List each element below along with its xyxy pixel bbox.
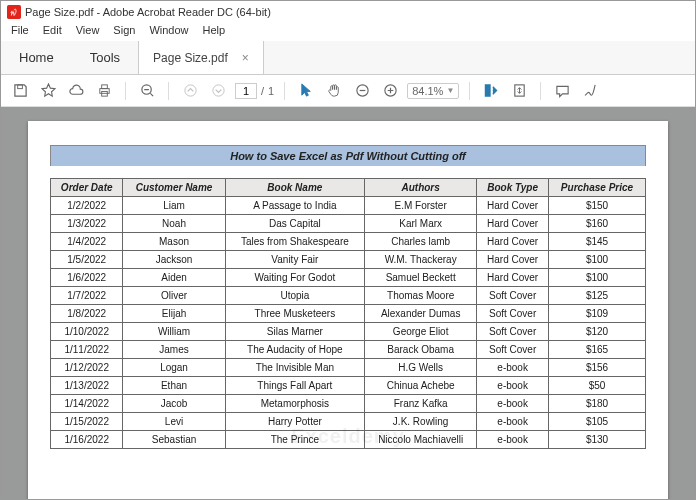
table-header-cell: Purchase Price	[549, 179, 646, 197]
page-up-icon[interactable]	[179, 80, 201, 102]
comment-icon[interactable]	[551, 80, 573, 102]
menu-file[interactable]: File	[5, 23, 35, 41]
table-cell: Hard Cover	[477, 197, 549, 215]
table-cell: The Invisible Man	[225, 359, 364, 377]
table-cell: Karl Marx	[365, 215, 477, 233]
page-down-icon[interactable]	[207, 80, 229, 102]
table-header-cell: Book Name	[225, 179, 364, 197]
tab-document[interactable]: Page Size.pdf ×	[138, 41, 264, 74]
table-cell: $120	[549, 323, 646, 341]
table-row: 1/5/2022JacksonVanity FairW.M. Thackeray…	[51, 251, 646, 269]
table-row: 1/3/2022NoahDas CapitalKarl MarxHard Cov…	[51, 215, 646, 233]
menu-sign[interactable]: Sign	[107, 23, 141, 41]
cloud-icon[interactable]	[65, 80, 87, 102]
menu-window[interactable]: Window	[143, 23, 194, 41]
table-header-cell: Customer Name	[123, 179, 225, 197]
title-bar: Page Size.pdf - Adobe Acrobat Reader DC …	[1, 1, 695, 23]
table-body: 1/2/2022LiamA Passage to IndiaE.M Forste…	[51, 197, 646, 449]
menu-help[interactable]: Help	[197, 23, 232, 41]
svg-point-6	[184, 85, 195, 96]
hand-icon[interactable]	[323, 80, 345, 102]
table-cell: 1/16/2022	[51, 431, 123, 449]
fit-width-icon[interactable]	[480, 80, 502, 102]
table-cell: Soft Cover	[477, 287, 549, 305]
table-cell: 1/12/2022	[51, 359, 123, 377]
document-viewport[interactable]: How to Save Excel as Pdf Without Cutting…	[1, 107, 695, 500]
table-cell: Soft Cover	[477, 341, 549, 359]
table-cell: 1/13/2022	[51, 377, 123, 395]
table-cell: Utopia	[225, 287, 364, 305]
table-cell: Vanity Fair	[225, 251, 364, 269]
table-cell: George Eliot	[365, 323, 477, 341]
table-cell: $105	[549, 413, 646, 431]
table-row: 1/12/2022LoganThe Invisible ManH.G Wells…	[51, 359, 646, 377]
star-icon[interactable]	[37, 80, 59, 102]
table-cell: Harry Potter	[225, 413, 364, 431]
svg-rect-10	[486, 85, 491, 96]
table-cell: Waiting For Godot	[225, 269, 364, 287]
table-cell: 1/7/2022	[51, 287, 123, 305]
table-cell: $100	[549, 251, 646, 269]
separator	[469, 82, 470, 100]
table-header-cell: Authors	[365, 179, 477, 197]
table-cell: e-book	[477, 431, 549, 449]
table-cell: $145	[549, 233, 646, 251]
menu-bar: File Edit View Sign Window Help	[1, 23, 695, 41]
table-cell: Three Musketeers	[225, 305, 364, 323]
tab-tools[interactable]: Tools	[72, 41, 138, 74]
table-cell: H.G Wells	[365, 359, 477, 377]
zoom-plus-icon[interactable]	[379, 80, 401, 102]
table-cell: $130	[549, 431, 646, 449]
table-cell: $100	[549, 269, 646, 287]
table-cell: $165	[549, 341, 646, 359]
table-row: 1/16/2022SebastianThe PrinceNiccolo Mach…	[51, 431, 646, 449]
table-cell: Thomas Moore	[365, 287, 477, 305]
table-cell: $50	[549, 377, 646, 395]
selection-arrow-icon[interactable]	[295, 80, 317, 102]
table-cell: 1/3/2022	[51, 215, 123, 233]
zoom-minus-icon[interactable]	[351, 80, 373, 102]
table-cell: Charles lamb	[365, 233, 477, 251]
table-cell: 1/15/2022	[51, 413, 123, 431]
table-cell: $125	[549, 287, 646, 305]
table-cell: e-book	[477, 413, 549, 431]
table-cell: William	[123, 323, 225, 341]
table-cell: Elijah	[123, 305, 225, 323]
table-cell: Levi	[123, 413, 225, 431]
table-cell: Jackson	[123, 251, 225, 269]
zoom-level[interactable]: 84.1% ▼	[407, 83, 459, 99]
table-cell: Mason	[123, 233, 225, 251]
table-cell: Ethan	[123, 377, 225, 395]
tab-strip: Home Tools Page Size.pdf ×	[1, 41, 695, 75]
page-current-input[interactable]	[235, 83, 257, 99]
table-header-cell: Order Date	[51, 179, 123, 197]
table-cell: Hard Cover	[477, 233, 549, 251]
table-cell: Hard Cover	[477, 251, 549, 269]
tab-home[interactable]: Home	[1, 41, 72, 74]
zoom-out-icon[interactable]	[136, 80, 158, 102]
print-icon[interactable]	[93, 80, 115, 102]
close-tab-icon[interactable]: ×	[242, 51, 249, 65]
menu-edit[interactable]: Edit	[37, 23, 68, 41]
data-table: Order DateCustomer NameBook NameAuthorsB…	[50, 178, 646, 449]
page-total: 1	[268, 85, 274, 97]
table-row: 1/7/2022OliverUtopiaThomas MooreSoft Cov…	[51, 287, 646, 305]
save-icon[interactable]	[9, 80, 31, 102]
table-cell: Sebastian	[123, 431, 225, 449]
table-row: 1/6/2022AidenWaiting For GodotSamuel Bec…	[51, 269, 646, 287]
table-cell: W.M. Thackeray	[365, 251, 477, 269]
toolbar: / 1 84.1% ▼	[1, 75, 695, 107]
table-cell: 1/6/2022	[51, 269, 123, 287]
table-cell: 1/14/2022	[51, 395, 123, 413]
table-cell: The Audacity of Hope	[225, 341, 364, 359]
svg-point-7	[212, 85, 223, 96]
table-cell: 1/4/2022	[51, 233, 123, 251]
separator	[125, 82, 126, 100]
table-cell: e-book	[477, 395, 549, 413]
table-cell: e-book	[477, 377, 549, 395]
fit-page-icon[interactable]	[508, 80, 530, 102]
table-cell: $156	[549, 359, 646, 377]
menu-view[interactable]: View	[70, 23, 106, 41]
sign-pen-icon[interactable]	[579, 80, 601, 102]
window-title: Page Size.pdf - Adobe Acrobat Reader DC …	[25, 6, 271, 18]
